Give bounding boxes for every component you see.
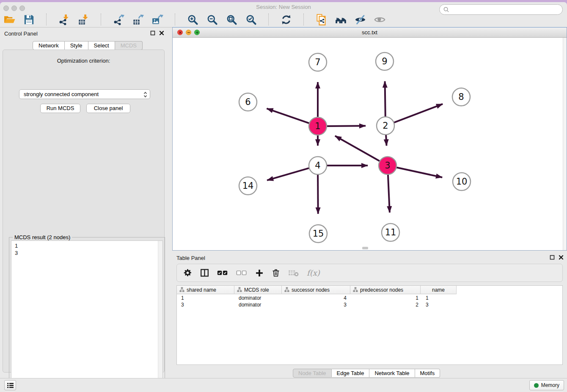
graph-node-15[interactable]: 15 [309,225,327,243]
run-mcds-button[interactable]: Run MCDS [40,104,80,113]
table-row[interactable]: 3dominator323 [177,301,562,308]
graph-edge-1-6[interactable] [267,108,310,124]
criterion-value: strongly connected component [24,91,99,97]
float-panel-icon[interactable] [150,30,155,36]
table-row[interactable]: 1dominator411 [177,295,562,301]
tab-network-table[interactable]: Network Table [369,369,415,378]
table-cell[interactable]: 2 [350,301,421,308]
close-panel-button[interactable]: Close panel [86,104,130,113]
new-network-from-file-icon[interactable] [315,13,328,26]
graph-edge-4-14[interactable] [267,168,310,180]
tab-edge-table[interactable]: Edge Table [332,369,370,378]
zoom-in-icon[interactable] [186,13,199,26]
toolbar-separator [46,14,47,25]
export-image-icon[interactable] [151,13,164,26]
zoom-selected-icon[interactable] [245,13,257,26]
graph-edge-2-8[interactable] [393,104,443,123]
network-vertical-scrollbar[interactable] [563,38,567,250]
network-canvas[interactable]: 7968124314101511 [173,38,567,250]
hide-selected-icon[interactable] [354,13,366,26]
graph-edge-4-15[interactable] [318,174,318,214]
table-body: 1dominator4113dominator323 [177,295,562,308]
show-all-icon [373,13,386,26]
table-cell[interactable]: 1 [350,295,421,301]
network-horizontal-scrollbar[interactable] [362,247,368,249]
graph-edge-1-2[interactable] [326,126,366,126]
graph-edge-3-11[interactable] [388,174,390,213]
graph-node-10[interactable]: 10 [453,173,471,190]
node-label-6: 6 [245,97,250,107]
table-cell[interactable]: 3 [177,301,234,308]
tab-network[interactable]: Network [33,41,65,50]
memory-button[interactable]: Memory [529,380,564,390]
table-cell[interactable]: dominator [234,301,282,308]
graph-edge-3-1[interactable] [335,136,381,162]
column-chooser-icon[interactable] [200,268,209,277]
graph-node-4[interactable]: 4 [309,157,327,174]
graph-node-14[interactable]: 14 [239,177,257,195]
import-network-icon[interactable] [58,13,70,26]
table-panel: Table Panel f(x) shared nameMCDS rolesuc… [172,251,567,377]
fx-label: f(x) [307,268,320,277]
apply-layout-icon[interactable] [280,13,292,26]
column-header-label: shared name [187,287,216,293]
graph-node-3[interactable]: 3 [379,157,396,174]
first-neighbors-icon[interactable] [334,13,347,26]
table-cell[interactable]: 4 [282,295,350,301]
graph-edge-2-3[interactable] [386,134,387,146]
tab-motifs[interactable]: Motifs [415,369,440,378]
column-header-successor-nodes[interactable]: successor nodes [282,286,350,294]
export-table-icon[interactable] [132,13,144,26]
tab-node-table[interactable]: Node Table [293,369,332,378]
table-cell[interactable]: 1 [421,295,457,301]
table-panel-title: Table Panel [176,255,205,261]
control-panel-tabs: NetworkStyleSelectMCDS [33,41,143,50]
open-file-icon[interactable] [3,13,16,26]
table-cell[interactable]: 3 [421,301,457,308]
graph-node-1[interactable]: 1 [309,117,327,135]
export-network-icon[interactable] [112,13,125,26]
criterion-dropdown[interactable]: strongly connected component [19,89,150,99]
graph-node-8[interactable]: 8 [452,88,470,106]
graph-node-6[interactable]: 6 [239,93,257,111]
table-cell[interactable]: 3 [282,301,350,308]
float-table-panel-icon[interactable] [550,255,555,260]
select-all-rows-icon[interactable] [217,270,228,276]
memory-status-icon [534,383,539,388]
column-header-label: successor nodes [292,287,330,293]
zoom-fit-icon[interactable] [225,13,238,26]
save-session-icon[interactable] [22,13,35,26]
node-label-9: 9 [382,56,387,66]
graph-node-9[interactable]: 9 [376,52,394,70]
status-bar: Memory [0,378,567,392]
tab-select[interactable]: Select [88,41,115,50]
import-table-icon[interactable] [77,13,90,26]
control-panel: Control Panel NetworkStyleSelectMCDS Opt… [0,27,168,378]
graph-edge-3-10[interactable] [396,167,443,177]
graph-node-11[interactable]: 11 [382,224,399,241]
graph-edge-2-9[interactable] [385,81,385,118]
zoom-out-icon[interactable] [206,13,218,26]
column-header-predecessor-nodes[interactable]: predecessor nodes [350,286,421,294]
table-cell[interactable]: dominator [234,295,282,301]
search-field[interactable] [439,4,563,15]
result-scrollbar[interactable] [158,241,162,392]
add-row-icon[interactable] [255,269,264,277]
table-settings-icon[interactable] [183,268,192,277]
deselect-all-rows-icon[interactable] [236,270,247,276]
delete-row-icon[interactable] [272,268,280,277]
table-cell[interactable]: 1 [177,295,234,301]
close-table-panel-icon[interactable] [559,255,564,260]
mcds-result-textarea[interactable]: 1 3 [11,240,163,392]
column-header-name[interactable]: name [421,286,457,294]
column-header-shared-name[interactable]: shared name [177,286,234,294]
table-header-row: shared nameMCDS rolesuccessor nodesprede… [177,286,457,294]
column-header-MCDS-role[interactable]: MCDS role [234,286,282,294]
search-input[interactable] [449,6,562,14]
tab-style[interactable]: Style [65,41,88,50]
graph-node-2[interactable]: 2 [377,117,394,135]
tab-mcds[interactable]: MCDS [115,41,143,50]
task-history-button[interactable] [4,380,16,390]
graph-node-7[interactable]: 7 [309,53,327,71]
close-panel-icon[interactable] [159,30,164,36]
